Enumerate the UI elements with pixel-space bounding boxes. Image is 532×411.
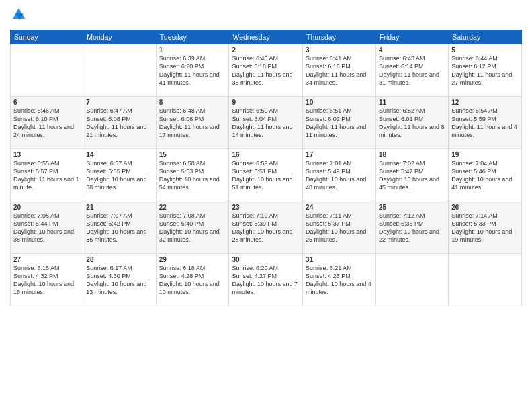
day-cell: 26Sunrise: 7:14 AMSunset: 5:33 PMDayligh… [449, 201, 522, 254]
day-cell: 31Sunrise: 6:21 AMSunset: 4:25 PMDayligh… [303, 254, 376, 306]
day-number: 11 [379, 99, 445, 106]
day-number: 23 [232, 203, 300, 211]
day-cell: 6Sunrise: 6:46 AMSunset: 6:10 PMDaylight… [11, 97, 83, 149]
week-row-1: 1Sunrise: 6:39 AMSunset: 6:20 PMDaylight… [11, 44, 522, 97]
day-cell: 19Sunrise: 7:04 AMSunset: 5:46 PMDayligh… [449, 149, 522, 201]
day-info: Sunrise: 6:15 AMSunset: 4:32 PMDaylight:… [13, 265, 74, 295]
day-info: Sunrise: 6:52 AMSunset: 6:01 PMDaylight:… [379, 107, 445, 138]
day-info: Sunrise: 6:59 AMSunset: 5:51 PMDaylight:… [232, 160, 292, 191]
page: SundayMondayTuesdayWednesdayThursdayFrid… [0, 0, 532, 411]
day-info: Sunrise: 6:41 AMSunset: 6:16 PMDaylight:… [306, 55, 366, 86]
day-info: Sunrise: 7:08 AMSunset: 5:40 PMDaylight:… [159, 212, 220, 243]
day-cell [11, 44, 83, 97]
day-cell: 15Sunrise: 6:58 AMSunset: 5:53 PMDayligh… [156, 149, 229, 201]
day-info: Sunrise: 6:51 AMSunset: 6:02 PMDaylight:… [306, 107, 366, 138]
day-number: 15 [159, 151, 226, 158]
day-number: 31 [306, 256, 373, 263]
day-info: Sunrise: 7:05 AMSunset: 5:44 PMDaylight:… [13, 212, 74, 243]
day-cell: 18Sunrise: 7:02 AMSunset: 5:47 PMDayligh… [376, 149, 449, 201]
day-number: 12 [451, 99, 519, 106]
weekday-header-thursday: Thursday [303, 30, 376, 44]
day-number: 4 [379, 46, 445, 54]
day-number: 26 [451, 203, 519, 211]
day-info: Sunrise: 6:21 AMSunset: 4:25 PMDaylight:… [306, 265, 371, 295]
day-number: 5 [451, 46, 519, 54]
day-info: Sunrise: 6:48 AMSunset: 6:06 PMDaylight:… [159, 107, 220, 138]
day-number: 22 [159, 203, 226, 211]
day-info: Sunrise: 6:57 AMSunset: 5:55 PMDaylight:… [86, 160, 146, 191]
day-number: 19 [451, 151, 519, 158]
day-cell: 20Sunrise: 7:05 AMSunset: 5:44 PMDayligh… [11, 201, 83, 254]
day-number: 27 [13, 256, 80, 263]
day-info: Sunrise: 6:39 AMSunset: 6:20 PMDaylight:… [159, 55, 220, 86]
day-info: Sunrise: 6:46 AMSunset: 6:10 PMDaylight:… [13, 107, 74, 138]
day-cell: 2Sunrise: 6:40 AMSunset: 6:18 PMDaylight… [229, 44, 303, 97]
day-cell [83, 44, 156, 97]
day-number: 3 [306, 46, 373, 54]
day-cell: 1Sunrise: 6:39 AMSunset: 6:20 PMDaylight… [156, 44, 229, 97]
weekday-header-tuesday: Tuesday [156, 30, 229, 44]
day-cell: 12Sunrise: 6:54 AMSunset: 5:59 PMDayligh… [449, 97, 522, 149]
day-info: Sunrise: 6:18 AMSunset: 4:28 PMDaylight:… [159, 265, 220, 295]
day-info: Sunrise: 6:44 AMSunset: 6:12 PMDaylight:… [451, 55, 512, 86]
day-number: 25 [379, 203, 445, 211]
day-number: 16 [232, 151, 300, 158]
weekday-header-friday: Friday [376, 30, 449, 44]
week-row-5: 27Sunrise: 6:15 AMSunset: 4:32 PMDayligh… [11, 254, 522, 306]
day-cell: 11Sunrise: 6:52 AMSunset: 6:01 PMDayligh… [376, 97, 449, 149]
day-cell: 27Sunrise: 6:15 AMSunset: 4:32 PMDayligh… [11, 254, 83, 306]
day-info: Sunrise: 7:14 AMSunset: 5:33 PMDaylight:… [451, 212, 512, 243]
day-cell: 28Sunrise: 6:17 AMSunset: 4:30 PMDayligh… [83, 254, 156, 306]
day-info: Sunrise: 7:04 AMSunset: 5:46 PMDaylight:… [451, 160, 512, 191]
day-cell: 9Sunrise: 6:50 AMSunset: 6:04 PMDaylight… [229, 97, 303, 149]
weekday-header-monday: Monday [83, 30, 156, 44]
day-info: Sunrise: 6:55 AMSunset: 5:57 PMDaylight:… [13, 160, 79, 191]
day-cell: 22Sunrise: 7:08 AMSunset: 5:40 PMDayligh… [156, 201, 229, 254]
day-cell: 23Sunrise: 7:10 AMSunset: 5:39 PMDayligh… [229, 201, 303, 254]
weekday-header-sunday: Sunday [11, 30, 83, 44]
day-info: Sunrise: 7:11 AMSunset: 5:37 PMDaylight:… [306, 212, 366, 243]
day-number: 9 [232, 99, 300, 106]
day-cell: 5Sunrise: 6:44 AMSunset: 6:12 PMDaylight… [449, 44, 522, 97]
day-cell: 3Sunrise: 6:41 AMSunset: 6:16 PMDaylight… [303, 44, 376, 97]
day-number: 29 [159, 256, 226, 263]
day-info: Sunrise: 7:07 AMSunset: 5:42 PMDaylight:… [86, 212, 146, 243]
day-info: Sunrise: 7:01 AMSunset: 5:49 PMDaylight:… [306, 160, 366, 191]
day-number: 8 [159, 99, 226, 106]
day-number: 21 [86, 203, 152, 211]
day-cell: 13Sunrise: 6:55 AMSunset: 5:57 PMDayligh… [11, 149, 83, 201]
day-info: Sunrise: 6:47 AMSunset: 6:08 PMDaylight:… [86, 107, 146, 138]
week-row-3: 13Sunrise: 6:55 AMSunset: 5:57 PMDayligh… [11, 149, 522, 201]
logo [10, 7, 28, 24]
day-cell: 16Sunrise: 6:59 AMSunset: 5:51 PMDayligh… [229, 149, 303, 201]
day-number: 24 [306, 203, 373, 211]
day-info: Sunrise: 6:17 AMSunset: 4:30 PMDaylight:… [86, 265, 146, 295]
day-info: Sunrise: 6:58 AMSunset: 5:53 PMDaylight:… [159, 160, 220, 191]
day-number: 6 [13, 99, 80, 106]
day-cell: 29Sunrise: 6:18 AMSunset: 4:28 PMDayligh… [156, 254, 229, 306]
day-info: Sunrise: 7:02 AMSunset: 5:47 PMDaylight:… [379, 160, 439, 191]
day-number: 28 [86, 256, 152, 263]
day-number: 17 [306, 151, 373, 158]
day-cell: 17Sunrise: 7:01 AMSunset: 5:49 PMDayligh… [303, 149, 376, 201]
day-number: 7 [86, 99, 152, 106]
day-cell: 8Sunrise: 6:48 AMSunset: 6:06 PMDaylight… [156, 97, 229, 149]
weekday-header-row: SundayMondayTuesdayWednesdayThursdayFrid… [11, 30, 522, 44]
day-number: 13 [13, 151, 80, 158]
day-cell [376, 254, 449, 306]
day-cell: 4Sunrise: 6:43 AMSunset: 6:14 PMDaylight… [376, 44, 449, 97]
day-cell: 14Sunrise: 6:57 AMSunset: 5:55 PMDayligh… [83, 149, 156, 201]
day-info: Sunrise: 6:20 AMSunset: 4:27 PMDaylight:… [232, 265, 298, 295]
day-number: 18 [379, 151, 445, 158]
day-cell: 24Sunrise: 7:11 AMSunset: 5:37 PMDayligh… [303, 201, 376, 254]
day-number: 20 [13, 203, 80, 211]
day-cell: 10Sunrise: 6:51 AMSunset: 6:02 PMDayligh… [303, 97, 376, 149]
day-info: Sunrise: 6:54 AMSunset: 5:59 PMDaylight:… [451, 107, 517, 138]
day-cell: 21Sunrise: 7:07 AMSunset: 5:42 PMDayligh… [83, 201, 156, 254]
calendar-table: SundayMondayTuesdayWednesdayThursdayFrid… [10, 30, 522, 306]
day-info: Sunrise: 6:43 AMSunset: 6:14 PMDaylight:… [379, 55, 439, 86]
day-info: Sunrise: 6:50 AMSunset: 6:04 PMDaylight:… [232, 107, 292, 138]
day-number: 2 [232, 46, 300, 54]
day-info: Sunrise: 7:12 AMSunset: 5:35 PMDaylight:… [379, 212, 439, 243]
day-cell: 7Sunrise: 6:47 AMSunset: 6:08 PMDaylight… [83, 97, 156, 149]
